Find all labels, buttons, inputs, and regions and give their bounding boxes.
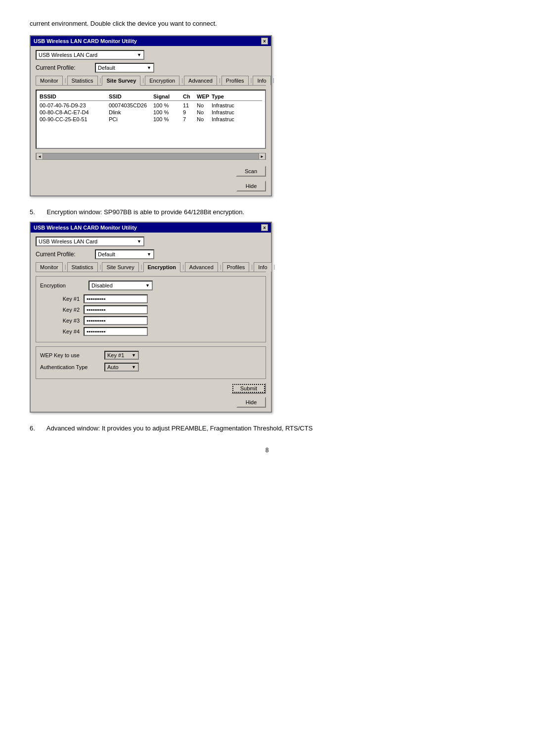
table-row[interactable]: 00-80-C8-AC-E7-D4 Dlink 100 % 9 No Infra… bbox=[40, 109, 262, 116]
wep-key-value: Key #1 bbox=[107, 352, 124, 358]
bssid-2: 00-80-C8-AC-E7-D4 bbox=[40, 109, 109, 115]
tab-encryption-1[interactable]: Encryption bbox=[145, 76, 179, 85]
tab-statistics-1[interactable]: Statistics bbox=[67, 76, 98, 85]
card-select-value-1: USB Wireless LAN Card bbox=[39, 52, 97, 58]
wep-3: No bbox=[197, 116, 212, 122]
scan-button[interactable]: Scan bbox=[236, 166, 266, 177]
auth-type-arrow: ▼ bbox=[132, 365, 136, 370]
col-ch-header: Ch bbox=[183, 94, 197, 99]
window-title-1: USB Wireless LAN CARD Monitor Utility bbox=[34, 38, 137, 44]
title-bar-1: USB Wireless LAN CARD Monitor Utility × bbox=[31, 36, 271, 46]
ssid-1: 00074035CD26 bbox=[109, 102, 153, 108]
auth-type-row: Authentication Type Auto ▼ bbox=[40, 363, 262, 372]
scrollbar-h[interactable]: ◄ ► bbox=[36, 153, 266, 160]
bssid-3: 00-90-CC-25-E0-51 bbox=[40, 116, 109, 122]
tab-site-survey-2[interactable]: Site Survey bbox=[102, 262, 138, 272]
section-5: 5. Encryption window: SP907BB is able to… bbox=[30, 208, 504, 216]
col-type-header: Type bbox=[212, 94, 251, 99]
ch-3: 7 bbox=[183, 116, 197, 122]
section-6: 6. Advanced window: It provides you to a… bbox=[30, 425, 504, 432]
tab-statistics-2[interactable]: Statistics bbox=[67, 262, 98, 272]
wep-key-label: WEP Key to use bbox=[40, 352, 104, 358]
key2-input[interactable] bbox=[84, 305, 148, 314]
wep-key-select[interactable]: Key #1 ▼ bbox=[104, 351, 139, 360]
key4-input[interactable] bbox=[84, 327, 148, 336]
profile-select-2[interactable]: Default ▼ bbox=[95, 249, 154, 259]
key3-input[interactable] bbox=[84, 316, 148, 325]
encryption-label: Encryption bbox=[40, 283, 85, 288]
window-body-2: USB Wireless LAN Card ▼ Current Profile:… bbox=[31, 233, 271, 412]
encryption-arrow: ▼ bbox=[145, 283, 150, 288]
tab-profiles-1[interactable]: Profiles bbox=[222, 76, 249, 85]
tab-advanced-1[interactable]: Advanced bbox=[184, 76, 217, 85]
key1-input[interactable] bbox=[84, 294, 148, 303]
card-row-2: USB Wireless LAN Card ▼ bbox=[36, 236, 266, 246]
card-select-1[interactable]: USB Wireless LAN Card ▼ bbox=[36, 50, 144, 60]
scroll-track[interactable] bbox=[43, 153, 259, 159]
profile-arrow-2: ▼ bbox=[147, 252, 151, 257]
window-encryption: USB Wireless LAN CARD Monitor Utility × … bbox=[30, 222, 272, 413]
tab-advanced-2[interactable]: Advanced bbox=[185, 262, 218, 272]
key2-row: Key #2 bbox=[40, 305, 262, 314]
col-signal-header: Signal bbox=[153, 94, 183, 99]
site-survey-panel: BSSID SSID Signal Ch WEP Type 00-07-40-7… bbox=[36, 90, 266, 149]
signal-2: 100 % bbox=[153, 109, 183, 115]
tab-monitor-2[interactable]: Monitor bbox=[36, 262, 63, 272]
profile-value-1: Default bbox=[98, 65, 115, 71]
tab-info-1[interactable]: Info bbox=[253, 76, 270, 85]
table-row[interactable]: 00-07-40-76-D9-23 00074035CD26 100 % 11 … bbox=[40, 102, 262, 109]
hide-btn-row-1: Hide bbox=[36, 181, 266, 191]
card-select-value-2: USB Wireless LAN Card bbox=[39, 238, 97, 244]
table-header: BSSID SSID Signal Ch WEP Type bbox=[40, 94, 262, 101]
tab-profiles-2[interactable]: Profiles bbox=[222, 262, 250, 272]
ssid-2: Dlink bbox=[109, 109, 153, 115]
tab-monitor-1[interactable]: Monitor bbox=[36, 76, 63, 85]
key2-label: Key #2 bbox=[40, 307, 80, 313]
window-site-survey: USB Wireless LAN CARD Monitor Utility × … bbox=[30, 35, 272, 196]
ch-2: 9 bbox=[183, 109, 197, 115]
hide-btn-row-2: Hide bbox=[36, 397, 266, 408]
encryption-value: Disabled bbox=[91, 283, 113, 288]
auth-type-select[interactable]: Auto ▼ bbox=[104, 363, 139, 372]
close-button-1[interactable]: × bbox=[261, 38, 268, 45]
wep-2: No bbox=[197, 109, 212, 115]
scroll-right-arrow[interactable]: ► bbox=[259, 153, 266, 160]
tabs-bar-1: Monitor | Statistics | Site Survey | Enc… bbox=[36, 76, 266, 86]
encryption-select[interactable]: Disabled ▼ bbox=[89, 281, 153, 290]
hide-button-2[interactable]: Hide bbox=[236, 397, 266, 408]
profile-label-2: Current Profile: bbox=[36, 251, 95, 258]
key4-label: Key #4 bbox=[40, 329, 80, 334]
hide-button-1[interactable]: Hide bbox=[236, 181, 266, 191]
card-row-1: USB Wireless LAN Card ▼ bbox=[36, 50, 266, 60]
section-5-text: Encryption window: SP907BB is able to pr… bbox=[46, 208, 244, 216]
col-bssid-header: BSSID bbox=[40, 94, 109, 99]
section-6-number: 6. bbox=[30, 425, 35, 432]
profile-label-1: Current Profile: bbox=[36, 64, 95, 71]
key3-row: Key #3 bbox=[40, 316, 262, 325]
tab-encryption-2[interactable]: Encryption bbox=[143, 262, 180, 272]
window-body-1: USB Wireless LAN Card ▼ Current Profile:… bbox=[31, 46, 271, 195]
profile-row-1: Current Profile: Default ▼ bbox=[36, 63, 266, 73]
col-ssid-header: SSID bbox=[109, 94, 153, 99]
table-row[interactable]: 00-90-CC-25-E0-51 PCi 100 % 7 No Infrast… bbox=[40, 116, 262, 123]
profile-value-2: Default bbox=[98, 251, 115, 257]
close-button-2[interactable]: × bbox=[261, 224, 268, 231]
key1-row: Key #1 bbox=[40, 294, 262, 303]
signal-3: 100 % bbox=[153, 116, 183, 122]
tab-info-2[interactable]: Info bbox=[254, 262, 271, 272]
key3-label: Key #3 bbox=[40, 318, 80, 324]
section-6-text: Advanced window: It provides you to adju… bbox=[46, 425, 313, 432]
card-select-2[interactable]: USB Wireless LAN Card ▼ bbox=[36, 236, 144, 246]
ssid-3: PCi bbox=[109, 116, 153, 122]
submit-button[interactable]: Submit bbox=[231, 383, 266, 394]
title-bar-2: USB Wireless LAN CARD Monitor Utility × bbox=[31, 223, 271, 233]
scroll-left-arrow[interactable]: ◄ bbox=[36, 153, 43, 160]
tab-site-survey-1[interactable]: Site Survey bbox=[102, 76, 140, 86]
ch-1: 11 bbox=[183, 102, 197, 108]
profile-arrow-1: ▼ bbox=[147, 65, 151, 70]
card-arrow-2: ▼ bbox=[137, 239, 141, 244]
scan-btn-row: Scan bbox=[36, 166, 266, 177]
key1-label: Key #1 bbox=[40, 296, 80, 302]
tabs-bar-2: Monitor | Statistics | Site Survey | Enc… bbox=[36, 262, 266, 272]
profile-select-1[interactable]: Default ▼ bbox=[95, 63, 154, 73]
